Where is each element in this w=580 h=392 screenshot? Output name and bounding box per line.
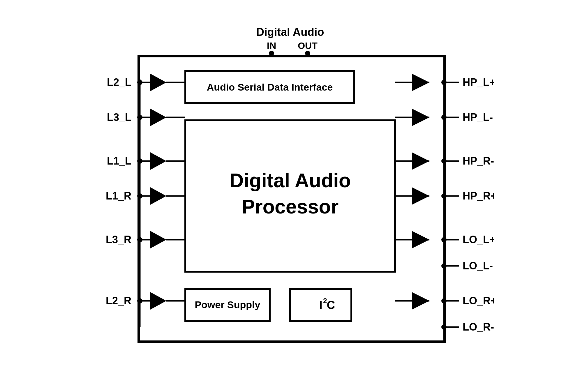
svg-marker-43: [150, 231, 166, 248]
svg-point-58: [441, 115, 447, 120]
svg-marker-52: [412, 74, 429, 91]
svg-text:Audio Serial Data Interface: Audio Serial Data Interface: [207, 82, 333, 93]
svg-text:LO_R+: LO_R+: [463, 295, 494, 307]
svg-marker-28: [150, 109, 166, 126]
svg-marker-67: [412, 187, 429, 205]
svg-point-26: [137, 115, 142, 120]
svg-text:L1_L: L1_L: [107, 155, 131, 167]
svg-text:L2_R: L2_R: [105, 295, 131, 307]
svg-text:LO_R-: LO_R-: [463, 321, 494, 333]
svg-point-15: [269, 51, 274, 56]
svg-marker-72: [412, 231, 429, 248]
svg-text:L3_L: L3_L: [107, 111, 131, 123]
svg-marker-62: [412, 152, 429, 170]
svg-point-53: [441, 80, 447, 85]
svg-text:I: I: [319, 299, 322, 311]
svg-text:IN: IN: [267, 40, 276, 51]
svg-point-68: [441, 193, 447, 199]
svg-text:Processor: Processor: [241, 195, 339, 218]
svg-text:2: 2: [323, 297, 327, 305]
svg-text:L3_R: L3_R: [105, 234, 131, 246]
svg-point-17: [305, 51, 310, 56]
svg-text:LO_L+: LO_L+: [463, 234, 494, 246]
svg-text:HP_L-: HP_L-: [463, 111, 493, 123]
svg-marker-33: [150, 152, 166, 170]
svg-marker-38: [150, 187, 166, 205]
svg-rect-3: [185, 120, 395, 272]
diagram-container: Audio Serial Data Interface Digital Audi…: [86, 21, 494, 371]
svg-point-41: [137, 237, 142, 242]
svg-text:L2_L: L2_L: [107, 76, 131, 88]
svg-text:HP_R-: HP_R-: [463, 155, 494, 167]
svg-text:Power Supply: Power Supply: [195, 299, 260, 310]
svg-text:C: C: [327, 299, 335, 311]
svg-point-21: [137, 80, 142, 85]
svg-point-76: [441, 263, 447, 269]
svg-rect-1: [185, 71, 354, 103]
svg-text:Digital Audio: Digital Audio: [229, 169, 351, 191]
svg-point-46: [137, 298, 142, 303]
svg-rect-0: [139, 56, 445, 342]
svg-marker-48: [150, 292, 166, 310]
svg-marker-23: [150, 74, 166, 91]
svg-text:LO_L-: LO_L-: [463, 260, 493, 272]
svg-point-63: [441, 158, 447, 164]
svg-point-31: [137, 158, 142, 164]
svg-point-73: [441, 237, 447, 242]
svg-rect-6: [185, 289, 270, 321]
svg-marker-80: [412, 292, 429, 310]
svg-rect-8: [290, 289, 351, 321]
svg-text:L1_R: L1_R: [105, 190, 131, 202]
svg-point-84: [441, 324, 447, 330]
svg-point-81: [441, 298, 447, 303]
svg-text:HP_R+: HP_R+: [463, 190, 494, 202]
svg-point-36: [137, 193, 142, 199]
svg-text:OUT: OUT: [298, 40, 318, 51]
svg-text:Digital Audio: Digital Audio: [256, 26, 324, 38]
svg-marker-57: [412, 109, 429, 126]
svg-text:HP_L+: HP_L+: [463, 76, 494, 88]
